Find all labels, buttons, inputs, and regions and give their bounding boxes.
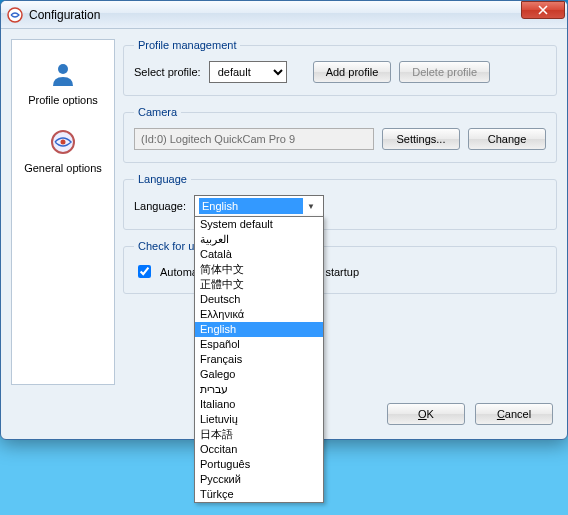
language-option[interactable]: Deutsch: [195, 292, 323, 307]
language-select[interactable]: English ▼: [194, 195, 324, 217]
delete-profile-button[interactable]: Delete profile: [399, 61, 490, 83]
language-option[interactable]: 日本語: [195, 427, 323, 442]
user-icon: [49, 60, 77, 88]
language-label: Language:: [134, 200, 186, 212]
language-selected-value: English: [199, 198, 303, 214]
language-combo-wrap: English ▼ System defaultالعربيةCatalà简体中…: [194, 195, 324, 217]
profile-group: Profile management Select profile: defau…: [123, 39, 557, 96]
language-option[interactable]: Русский: [195, 472, 323, 487]
updates-group: Check for updates Automati tes at startu…: [123, 240, 557, 294]
camera-change-button[interactable]: Change: [468, 128, 546, 150]
language-option[interactable]: Español: [195, 337, 323, 352]
camera-settings-button[interactable]: Settings...: [382, 128, 460, 150]
language-group: Language Language: English ▼ System defa…: [123, 173, 557, 230]
ok-button[interactable]: OK: [387, 403, 465, 425]
language-option[interactable]: 正體中文: [195, 277, 323, 292]
sidebar-item-general-options[interactable]: General options: [12, 116, 114, 184]
titlebar[interactable]: Configuration: [1, 1, 567, 29]
app-icon: [7, 7, 23, 23]
window-title: Configuration: [29, 8, 521, 22]
language-option[interactable]: 简体中文: [195, 262, 323, 277]
language-option[interactable]: Lietuvių: [195, 412, 323, 427]
sidebar-item-label: General options: [24, 162, 102, 174]
language-option[interactable]: English: [195, 322, 323, 337]
svg-point-1: [58, 64, 68, 74]
select-profile-label: Select profile:: [134, 66, 201, 78]
language-option[interactable]: עברית: [195, 382, 323, 397]
language-option[interactable]: Italiano: [195, 397, 323, 412]
sidebar-item-profile-options[interactable]: Profile options: [12, 48, 114, 116]
language-option[interactable]: Français: [195, 352, 323, 367]
content-area: Profile management Select profile: defau…: [123, 39, 557, 385]
language-option[interactable]: Türkçe: [195, 487, 323, 502]
language-option[interactable]: Português: [195, 457, 323, 472]
language-dropdown[interactable]: System defaultالعربيةCatalà简体中文正體中文Deuts…: [194, 216, 324, 503]
camera-legend: Camera: [134, 106, 181, 118]
chevron-down-icon: ▼: [303, 202, 319, 211]
add-profile-button[interactable]: Add profile: [313, 61, 392, 83]
language-option[interactable]: Català: [195, 247, 323, 262]
svg-point-3: [61, 140, 66, 145]
camera-device-field: [134, 128, 374, 150]
auto-update-checkbox[interactable]: [138, 265, 151, 278]
language-option[interactable]: System default: [195, 217, 323, 232]
close-icon: [538, 5, 548, 15]
app-icon: [49, 128, 77, 156]
close-button[interactable]: [521, 1, 565, 19]
camera-group: Camera Settings... Change: [123, 106, 557, 163]
profile-legend: Profile management: [134, 39, 240, 51]
language-option[interactable]: Occitan: [195, 442, 323, 457]
client-area: Profile options General options Profile …: [1, 29, 567, 395]
profile-select[interactable]: default: [209, 61, 287, 83]
sidebar-item-label: Profile options: [28, 94, 98, 106]
language-option[interactable]: العربية: [195, 232, 323, 247]
sidebar: Profile options General options: [11, 39, 115, 385]
language-legend: Language: [134, 173, 191, 185]
svg-point-0: [8, 8, 22, 22]
cancel-button[interactable]: Cancel: [475, 403, 553, 425]
language-option[interactable]: Ελληνικά: [195, 307, 323, 322]
config-window: Configuration Profile options: [0, 0, 568, 440]
language-option[interactable]: Galego: [195, 367, 323, 382]
